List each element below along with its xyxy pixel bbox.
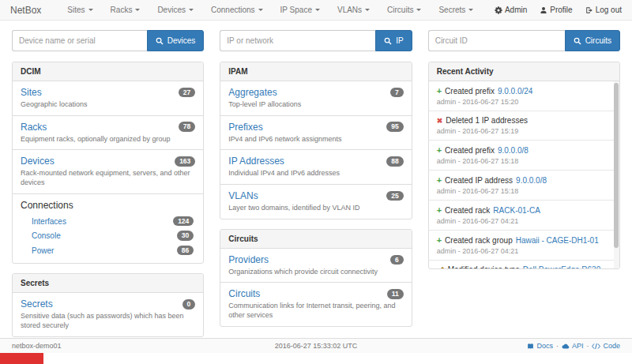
item-description: Geographic locations	[21, 100, 195, 110]
admin-link[interactable]: Admin	[495, 6, 527, 14]
circuit-search-button[interactable]: Circuits	[565, 30, 620, 51]
circuits-count-badge: 11	[387, 289, 404, 299]
console-link[interactable]: Console	[32, 231, 61, 240]
column-right: Recent Activity +Created prefix9.0.0.0/2…	[428, 62, 620, 347]
panel-recent-activity: Recent Activity +Created prefix9.0.0.0/2…	[428, 62, 620, 269]
connections-heading: Connections	[21, 200, 195, 211]
plus-icon: +	[437, 205, 442, 215]
profile-link[interactable]: Profile	[540, 6, 572, 14]
activity-meta: admin - 2016-06-27 15:18	[437, 157, 607, 165]
code-icon	[592, 343, 600, 350]
list-item-sites: Sites27 Geographic locations	[13, 81, 203, 115]
ip-search-button[interactable]: IP	[375, 30, 412, 51]
activity-object-link[interactable]: 9.0.0.0/8	[516, 176, 547, 185]
api-link[interactable]: API	[562, 342, 584, 350]
panel-title: Recent Activity	[429, 62, 619, 81]
activity-object-link[interactable]: 9.0.0.0/8	[498, 146, 529, 155]
separator: ·	[556, 342, 559, 350]
nav-item-circuits[interactable]: Circuits	[378, 6, 430, 14]
activity-object-link[interactable]: RACK-01-CA	[493, 206, 540, 215]
user-menu: Admin Profile Log out	[495, 6, 622, 14]
item-description: Top-level IP allocations	[228, 100, 403, 110]
netbox-dashboard: NetBox Sites Racks Devices Connections I…	[0, 0, 632, 364]
sites-link[interactable]: Sites	[21, 87, 42, 98]
prefixes-link[interactable]: Prefixes	[228, 122, 262, 133]
nav-item-sites[interactable]: Sites	[58, 6, 101, 14]
activity-scrollbar[interactable]	[614, 81, 619, 268]
server-time: 2016-06-27 15:33:02 UTC	[213, 342, 419, 350]
activity-action: Created rack	[445, 206, 490, 215]
panel-secrets: Secrets Secrets0 Sensitive data (such as…	[12, 273, 204, 336]
docs-link[interactable]: Docs	[527, 342, 553, 350]
circuit-search-input[interactable]	[428, 30, 565, 51]
activity-row: ✖Deleted 1 IP addresses admin - 2016-06-…	[429, 111, 619, 140]
scrollbar-thumb[interactable]	[614, 83, 619, 248]
device-search-input[interactable]	[12, 30, 147, 51]
netbox-logo[interactable]: NetBox	[10, 5, 41, 16]
panel-title: Secrets	[13, 274, 203, 293]
nav-item-connections[interactable]: Connections	[202, 6, 272, 14]
list-item-devices: Devices163 Rack-mounted network equipmen…	[13, 149, 203, 193]
list-item-racks: Racks78 Equipment racks, optionally orga…	[13, 115, 203, 150]
code-link[interactable]: Code	[592, 342, 620, 350]
nav-item-devices[interactable]: Devices	[149, 6, 202, 14]
item-description: IPv4 and IPv6 network assignments	[228, 135, 403, 144]
list-item-connections: Connections Interfaces124 Console30 Powe…	[13, 193, 203, 264]
activity-row: +Created rack groupHawaii - CAGE-DH1-01 …	[429, 230, 619, 260]
activity-object-link[interactable]: Dell PowerEdge R630	[523, 265, 600, 268]
list-item-secrets: Secrets0 Sensitive data (such as passwor…	[13, 293, 203, 336]
nav-item-ip-space[interactable]: IP Space	[272, 6, 329, 14]
column-left: DCIM Sites27 Geographic locations Racks7…	[12, 62, 204, 347]
aggregates-link[interactable]: Aggregates	[228, 87, 276, 98]
search-icon	[574, 37, 581, 45]
item-description: Individual IPv4 and IPv6 addresses	[228, 169, 403, 178]
item-description: Sensitive data (such as passwords) which…	[21, 312, 195, 330]
ip-search-input[interactable]	[220, 30, 375, 51]
chevron-down-icon	[365, 9, 370, 11]
secrets-link[interactable]: Secrets	[21, 298, 53, 310]
plus-icon: +	[437, 235, 442, 245]
pencil-icon	[437, 266, 445, 269]
activity-object-link[interactable]: Hawaii - CAGE-DH1-01	[516, 236, 599, 245]
ip-addresses-link[interactable]: IP Addresses	[228, 156, 284, 167]
circuit-search-group: Circuits	[428, 30, 620, 51]
racks-link[interactable]: Racks	[21, 122, 47, 133]
providers-link[interactable]: Providers	[228, 254, 269, 265]
item-description: Equipment racks, optionally organized by…	[21, 135, 195, 144]
circuits-link[interactable]: Circuits	[228, 288, 260, 299]
list-item-providers: Providers6 Organizations which provide c…	[220, 249, 411, 283]
device-search-group: Devices	[12, 30, 204, 51]
panel-title: Circuits	[220, 230, 411, 249]
hostname-label: netbox-demo01	[12, 342, 213, 350]
activity-action: Created IP address	[445, 176, 513, 185]
activity-row: +Created rackRACK-01-CA admin - 2016-06-…	[429, 200, 619, 230]
book-icon	[527, 343, 534, 350]
interfaces-link[interactable]: Interfaces	[32, 217, 66, 226]
activity-meta: admin - 2016-06-27 15:19	[437, 127, 607, 135]
device-search-button[interactable]: Devices	[147, 30, 205, 51]
activity-object-link[interactable]: 9.0.0.0/24	[498, 87, 532, 96]
list-item-aggregates: Aggregates7 Top-level IP allocations	[220, 81, 411, 115]
search-row: Devices IP Circuits	[0, 30, 632, 51]
logout-link[interactable]: Log out	[585, 6, 622, 14]
dashboard-grid: DCIM Sites27 Geographic locations Racks7…	[0, 62, 632, 347]
devices-link[interactable]: Devices	[21, 156, 55, 167]
panel-circuits: Circuits Providers6 Organizations which …	[220, 229, 412, 327]
activity-row: +Created IP address9.0.0.0/8 admin - 201…	[429, 170, 619, 200]
plus-icon: +	[437, 145, 442, 155]
bottom-red-bar	[0, 353, 43, 364]
console-count-badge: 30	[177, 231, 194, 241]
footer-links: Docs · API · Code	[419, 342, 620, 350]
power-link[interactable]: Power	[32, 246, 54, 255]
chevron-down-icon	[189, 9, 194, 11]
top-navbar: NetBox Sites Racks Devices Connections I…	[0, 0, 632, 21]
connections-row-interfaces: Interfaces124	[21, 214, 195, 229]
gear-icon	[495, 6, 502, 14]
chevron-down-icon	[88, 9, 93, 11]
devices-count-badge: 163	[175, 156, 195, 167]
nav-item-vlans[interactable]: VLANs	[329, 6, 378, 14]
panel-dcim: DCIM Sites27 Geographic locations Racks7…	[12, 62, 204, 264]
nav-item-secrets[interactable]: Secrets	[430, 6, 482, 14]
nav-item-racks[interactable]: Racks	[102, 6, 149, 14]
vlans-link[interactable]: VLANs	[228, 190, 258, 201]
